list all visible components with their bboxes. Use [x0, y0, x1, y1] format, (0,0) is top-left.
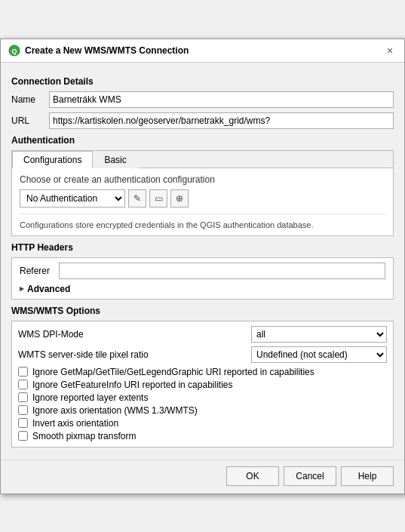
dialog-content: Connection Details Name URL Authenticati…: [1, 63, 404, 460]
auth-tab-bar: Configurations Basic: [12, 151, 393, 168]
clear-config-button[interactable]: ▭: [149, 189, 167, 208]
checkbox-label-4: Invert axis orientation: [32, 418, 118, 429]
url-label: URL: [11, 115, 49, 126]
add-config-button[interactable]: ⊕: [170, 189, 189, 208]
url-input[interactable]: [49, 112, 394, 129]
name-row: Name: [11, 91, 394, 108]
referer-label: Referer: [20, 266, 54, 276]
pixel-ratio-row: WMTS server-side tile pixel ratio Undefi…: [15, 346, 390, 363]
dpi-mode-row: WMS DPI-Mode all: [15, 326, 390, 343]
checkbox-row-3: Ignore axis orientation (WMS 1.3/WMTS): [18, 405, 387, 416]
help-button[interactable]: Help: [341, 466, 394, 486]
checkbox-5[interactable]: [18, 431, 28, 441]
http-headers-box: Referer ▶ Advanced: [11, 257, 394, 300]
checkbox-label-2: Ignore reported layer extents: [32, 392, 148, 403]
dpi-mode-select[interactable]: all: [251, 326, 387, 343]
checkbox-0[interactable]: [18, 367, 28, 377]
checkbox-row-2: Ignore reported layer extents: [18, 392, 387, 403]
checkbox-row-0: Ignore GetMap/GetTile/GetLegendGraphic U…: [18, 367, 387, 377]
connection-details-title: Connection Details: [11, 76, 394, 87]
ok-button[interactable]: OK: [226, 466, 279, 486]
checkbox-row-4: Invert axis orientation: [18, 418, 387, 429]
close-button[interactable]: ×: [383, 44, 397, 57]
title-bar: Q Create a New WMS/WMTS Connection ×: [1, 39, 404, 63]
checkbox-3[interactable]: [18, 405, 28, 415]
edit-icon: ✎: [133, 193, 141, 204]
name-label: Name: [11, 94, 49, 105]
clear-icon: ▭: [155, 193, 163, 204]
config-row: No Authentication ✎ ▭ ⊕: [20, 189, 385, 208]
create-wms-dialog: Q Create a New WMS/WMTS Connection × Con…: [0, 38, 405, 494]
title-bar-left: Q Create a New WMS/WMTS Connection: [8, 45, 189, 57]
checkbox-1[interactable]: [18, 380, 28, 389]
config-note: Configurations store encrypted credentia…: [20, 214, 385, 229]
pixel-ratio-label: WMTS server-side tile pixel ratio: [18, 349, 251, 360]
tab-basic[interactable]: Basic: [93, 151, 137, 168]
auth-config-select[interactable]: No Authentication: [20, 189, 125, 208]
checkbox-label-0: Ignore GetMap/GetTile/GetLegendGraphic U…: [32, 367, 314, 377]
add-icon: ⊕: [176, 193, 183, 204]
name-input[interactable]: [49, 91, 394, 108]
http-headers-title: HTTP Headers: [11, 242, 394, 253]
wms-options-title: WMS/WMTS Options: [11, 306, 394, 316]
advanced-triangle-icon: ▶: [20, 285, 24, 292]
checkbox-row-1: Ignore GetFeatureInfo URI reported in ca…: [18, 380, 387, 390]
dialog-title: Create a New WMS/WMTS Connection: [25, 45, 189, 56]
svg-text:Q: Q: [11, 48, 17, 55]
checkbox-4[interactable]: [18, 418, 28, 428]
checkbox-label-3: Ignore axis orientation (WMS 1.3/WMTS): [32, 405, 198, 416]
checkbox-label-5: Smooth pixmap transform: [32, 431, 136, 441]
dpi-mode-label: WMS DPI-Mode: [18, 329, 251, 340]
configurations-tab-content: Choose or create an authentication confi…: [12, 168, 393, 235]
checkbox-row-5: Smooth pixmap transform: [18, 431, 387, 441]
button-bar: OK Cancel Help: [1, 460, 404, 494]
qgis-icon: Q: [8, 45, 20, 57]
config-prompt: Choose or create an authentication confi…: [20, 174, 385, 185]
edit-config-button[interactable]: ✎: [128, 189, 146, 208]
checkboxes-container: Ignore GetMap/GetTile/GetLegendGraphic U…: [15, 367, 390, 441]
authentication-box: Configurations Basic Choose or create an…: [11, 150, 394, 236]
referer-input[interactable]: [59, 263, 385, 279]
authentication-title: Authentication: [11, 135, 394, 146]
wms-options-box: WMS DPI-Mode all WMTS server-side tile p…: [11, 321, 394, 447]
cancel-button[interactable]: Cancel: [284, 466, 336, 486]
pixel-ratio-select[interactable]: Undefined (not scaled): [251, 346, 387, 363]
advanced-label: Advanced: [27, 284, 70, 294]
advanced-row[interactable]: ▶ Advanced: [20, 284, 385, 294]
referer-row: Referer: [20, 263, 385, 279]
checkbox-2[interactable]: [18, 392, 28, 402]
checkbox-label-1: Ignore GetFeatureInfo URI reported in ca…: [32, 380, 232, 390]
tab-configurations[interactable]: Configurations: [12, 151, 93, 168]
url-row: URL: [11, 112, 394, 129]
